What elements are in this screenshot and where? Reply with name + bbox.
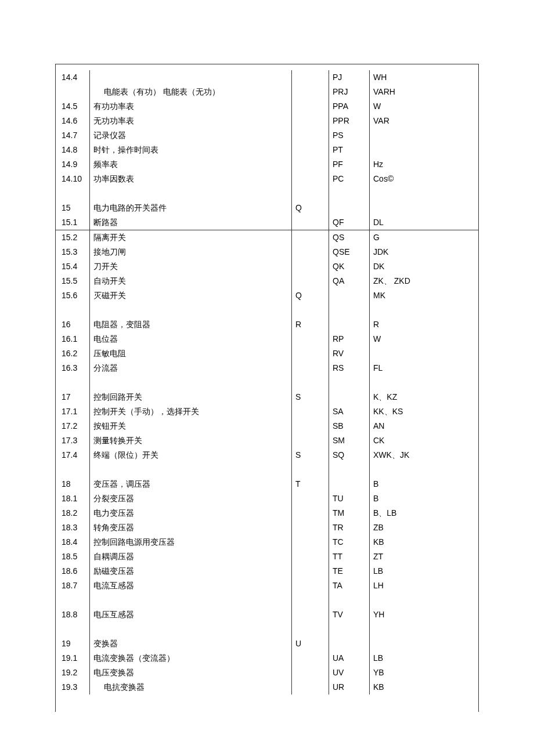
col-category	[291, 85, 329, 99]
col-legacy	[369, 462, 478, 477]
table-row: 电能表（有功） 电能表（无功）PRJVARH	[56, 85, 478, 99]
table-row: 15电力电路的开关器件Q	[56, 201, 478, 215]
col-legacy: JDK	[369, 245, 478, 259]
col-legacy: B	[369, 491, 478, 506]
col-index: 18.4	[56, 535, 89, 549]
col-code: PPR	[329, 114, 369, 128]
col-name	[89, 622, 291, 636]
col-legacy	[369, 593, 478, 607]
col-index: 18.2	[56, 506, 89, 520]
col-name: 无功功率表	[89, 114, 291, 128]
table-row: 14.7记录仪器PS	[56, 128, 478, 143]
table-row: 17.1控制开关（手动），选择开关SAKK、KS	[56, 404, 478, 419]
col-legacy	[369, 303, 478, 317]
col-name: 电力电路的开关器件	[89, 201, 291, 215]
col-code: TV	[329, 607, 369, 622]
col-code: TT	[329, 549, 369, 564]
table-row: 17.3测量转换开关SMCK	[56, 433, 478, 448]
col-category	[291, 680, 329, 694]
col-index: 16.2	[56, 346, 89, 361]
col-legacy: VAR	[369, 114, 478, 128]
col-index: 18.5	[56, 549, 89, 564]
col-category	[291, 433, 329, 448]
col-code: UV	[329, 665, 369, 680]
col-legacy	[369, 375, 478, 390]
col-name: 隔离开关	[89, 230, 291, 245]
col-code: PRJ	[329, 85, 369, 99]
col-legacy: KB	[369, 535, 478, 549]
col-category	[291, 607, 329, 622]
col-name: 控制开关（手动），选择开关	[89, 404, 291, 419]
col-legacy	[369, 186, 478, 201]
table-row	[56, 593, 478, 607]
col-legacy: G	[369, 230, 478, 245]
col-code: TE	[329, 564, 369, 578]
table-row: 14.10功率因数表PCCos©	[56, 172, 478, 186]
col-name: 功率因数表	[89, 172, 291, 186]
col-category: T	[291, 477, 329, 491]
col-index	[56, 186, 89, 201]
reference-table: 14.4PJWH电能表（有功） 电能表（无功）PRJVARH14.5有功功率表P…	[55, 64, 479, 712]
table-row: 18.4控制回路电源用变压器TCKB	[56, 535, 478, 549]
table-row: 18.3转角变压器TRZB	[56, 520, 478, 535]
col-category	[291, 70, 329, 85]
table-row: 14.5有功功率表PPAW	[56, 99, 478, 114]
table-row	[56, 186, 478, 201]
col-category	[291, 593, 329, 607]
col-code: QS	[329, 230, 369, 245]
col-category: Q	[291, 288, 329, 303]
col-name	[89, 186, 291, 201]
col-legacy: W	[369, 332, 478, 346]
col-index: 14.8	[56, 143, 89, 157]
col-name: 灭磁开关	[89, 288, 291, 303]
document-page: 14.4PJWH电能表（有功） 电能表（无功）PRJVARH14.5有功功率表P…	[0, 0, 534, 756]
table-row	[56, 303, 478, 317]
col-code: SA	[329, 404, 369, 419]
col-category	[291, 622, 329, 636]
col-category	[291, 520, 329, 535]
table-row: 19.1电流变换器（变流器）UALB	[56, 651, 478, 665]
col-legacy: FL	[369, 361, 478, 375]
col-code	[329, 477, 369, 491]
col-category	[291, 404, 329, 419]
col-category	[291, 346, 329, 361]
table-row: 15.2隔离开关QSG	[56, 230, 478, 245]
table-row: 17.4终端（限位）开关SSQXWK、JK	[56, 448, 478, 462]
col-category	[291, 549, 329, 564]
col-code: QK	[329, 259, 369, 274]
col-name: 励磁变压器	[89, 564, 291, 578]
table-row: 15.5自动开关QAZK、 ZKD	[56, 274, 478, 288]
col-name: 电抗变换器	[89, 680, 291, 694]
table-row: 18.2电力变压器TMB、LB	[56, 506, 478, 520]
col-legacy: LB	[369, 564, 478, 578]
col-legacy: B、LB	[369, 506, 478, 520]
col-index	[56, 593, 89, 607]
col-category	[291, 230, 329, 245]
col-index: 16.3	[56, 361, 89, 375]
col-legacy: B	[369, 477, 478, 491]
col-legacy	[369, 143, 478, 157]
col-category	[291, 361, 329, 375]
table-row: 18变压器，调压器TB	[56, 477, 478, 491]
table-row: 14.4PJWH	[56, 70, 478, 85]
col-code: PPA	[329, 99, 369, 114]
col-code: TM	[329, 506, 369, 520]
col-legacy	[369, 128, 478, 143]
col-legacy	[369, 201, 478, 215]
col-index: 17.3	[56, 433, 89, 448]
col-name: 分裂变压器	[89, 491, 291, 506]
col-category	[291, 332, 329, 346]
col-legacy	[369, 636, 478, 651]
col-name: 控制回路开关	[89, 390, 291, 404]
col-code	[329, 375, 369, 390]
col-name	[89, 303, 291, 317]
col-code: RS	[329, 361, 369, 375]
col-index: 19.3	[56, 680, 89, 694]
col-legacy: DL	[369, 215, 478, 230]
col-index: 14.4	[56, 70, 89, 85]
col-index: 18.7	[56, 578, 89, 593]
col-code: TR	[329, 520, 369, 535]
col-index: 18.3	[56, 520, 89, 535]
col-code	[329, 622, 369, 636]
table-row: 16.2压敏电阻RV	[56, 346, 478, 361]
